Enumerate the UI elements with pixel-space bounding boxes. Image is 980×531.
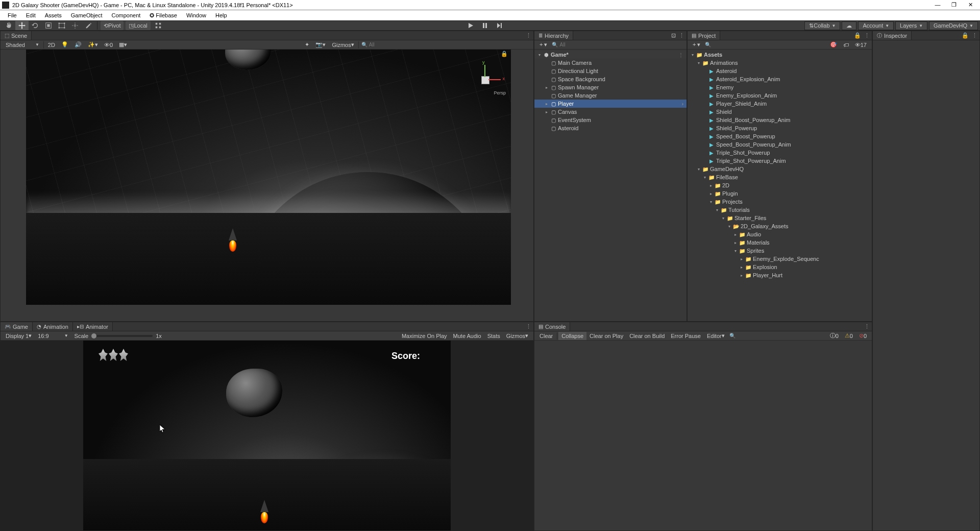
tab-scene[interactable]: ⬚Scene	[1, 31, 32, 40]
layout-dropdown[interactable]: GameDevHQ▼	[929, 21, 978, 30]
project-item[interactable]: ▶Speed_Boost_Powerup_Anim	[688, 140, 872, 149]
hierarchy-search-input[interactable]	[559, 42, 684, 47]
game-display-dropdown[interactable]: Display 1 ▾	[3, 332, 35, 340]
project-item[interactable]: ▸📁Explosion	[688, 263, 872, 271]
tab-animator[interactable]: ▸⊟Animator	[73, 322, 113, 331]
snap-button[interactable]	[152, 21, 165, 30]
menu-edit[interactable]: Edit	[21, 11, 40, 19]
project-item[interactable]: ▾📁Sprites	[688, 247, 872, 255]
menu-component[interactable]: Component	[107, 11, 145, 19]
console-error-count[interactable]: ⊘0	[856, 332, 870, 340]
console-info-count[interactable]: ⓘ0	[827, 332, 842, 340]
project-filter-type-button[interactable]: 🎯	[827, 41, 840, 49]
panel-max-icon[interactable]: ⊡	[671, 32, 676, 39]
tab-animation[interactable]: ◔Animation	[33, 322, 73, 331]
menu-filebase[interactable]: ✪Filebase	[145, 11, 182, 20]
panel-menu-icon[interactable]: ⋮	[526, 32, 531, 39]
scene-audio-toggle[interactable]: 🔊	[71, 41, 85, 49]
console-clear-on-build-toggle[interactable]: Clear on Build	[626, 332, 668, 340]
scene-menu-icon[interactable]: ⋮	[678, 52, 687, 58]
panel-menu-icon[interactable]: ⋮	[679, 32, 684, 39]
project-item[interactable]: ▶Player_Shield_Anim	[688, 100, 872, 108]
scene-lighting-toggle[interactable]: 💡	[58, 41, 71, 49]
menu-file[interactable]: File	[3, 11, 21, 19]
project-item[interactable]: ▶Shield_Powerup	[688, 124, 872, 132]
project-item[interactable]: ▸📁Audio	[688, 230, 872, 238]
pause-button[interactable]	[478, 21, 492, 30]
panel-menu-icon[interactable]: ⋮	[526, 323, 531, 330]
transform-tool-button[interactable]	[68, 21, 82, 30]
project-item[interactable]: ▶Speed_Boost_Powerup	[688, 132, 872, 140]
console-clear-button[interactable]: Clear	[536, 332, 556, 340]
scene-search-input[interactable]	[369, 42, 531, 47]
console-error-pause-toggle[interactable]: Error Pause	[668, 332, 704, 340]
pivot-toggle[interactable]: ⟲Pivot	[101, 21, 124, 30]
menu-assets[interactable]: Assets	[40, 11, 66, 19]
game-maximize-toggle[interactable]: Maximize On Play	[399, 332, 450, 340]
project-item[interactable]: ▾📁FileBase	[688, 173, 872, 181]
collab-dropdown[interactable]: ⇅ Collab▼	[804, 21, 840, 30]
project-item[interactable]: ▶Shield_Boost_Powerup_Anim	[688, 116, 872, 124]
project-item[interactable]: ▶Asteroid_Explosion_Anim	[688, 75, 872, 83]
panel-lock-icon[interactable]: 🔒	[854, 32, 861, 39]
project-item[interactable]: ▾📁Starter_Files	[688, 214, 872, 222]
hierarchy-create-dropdown[interactable]: + ▾	[536, 41, 550, 49]
project-item[interactable]: ▾📁Tutorials	[688, 206, 872, 214]
scene-camera-dropdown[interactable]: 📷▾	[312, 41, 329, 49]
project-item[interactable]: ▾📂2D_Galaxy_Assets	[688, 222, 872, 230]
scene-hidden-toggle[interactable]: 👁0	[101, 41, 116, 49]
tab-project[interactable]: ▤Project	[688, 31, 720, 40]
menu-help[interactable]: Help	[211, 11, 232, 19]
panel-menu-icon[interactable]: ⋮	[864, 323, 870, 330]
project-item[interactable]: ▶Triple_Shot_Powerup	[688, 149, 872, 157]
console-editor-dropdown[interactable]: Editor ▾	[704, 332, 728, 340]
project-item[interactable]: ▾📁GameDevHQ	[688, 165, 872, 173]
window-minimize-button[interactable]: —	[934, 2, 941, 8]
project-filter-label-button[interactable]: 🏷	[840, 41, 852, 49]
project-item[interactable]: ▾📁Assets	[688, 51, 872, 59]
tab-inspector[interactable]: ⓘInspector	[873, 31, 912, 40]
hierarchy-item[interactable]: ▢EventSystem	[534, 116, 687, 124]
scale-tool-button[interactable]	[42, 21, 55, 30]
project-create-dropdown[interactable]: + ▾	[690, 41, 703, 49]
project-item[interactable]: ▸📁2D	[688, 181, 872, 189]
console-clear-on-play-toggle[interactable]: Clear on Play	[586, 332, 626, 340]
local-toggle[interactable]: ◳Local	[126, 21, 150, 30]
project-item[interactable]: ▾📁Animations	[688, 59, 872, 67]
hierarchy-item[interactable]: ▢Game Manager	[534, 91, 687, 100]
window-close-button[interactable]: ✕	[967, 2, 974, 8]
game-stats-toggle[interactable]: Stats	[484, 332, 503, 340]
project-item[interactable]: ▾📁Projects	[688, 198, 872, 206]
scene-viewport[interactable]: x y Persp 🔒	[1, 50, 533, 321]
project-item[interactable]: ▶Enemy	[688, 83, 872, 91]
account-dropdown[interactable]: Account▼	[858, 21, 894, 30]
hierarchy-item[interactable]: ▢Space Background	[534, 75, 687, 83]
project-item[interactable]: ▶Asteroid	[688, 67, 872, 75]
console-collapse-toggle[interactable]: Collapse	[558, 332, 586, 340]
tab-hierarchy[interactable]: ≣Hierarchy	[534, 31, 573, 40]
console-search-input[interactable]	[737, 333, 827, 339]
hierarchy-item[interactable]: ▢Directional Light	[534, 67, 687, 75]
project-item[interactable]: ▸📁Plugin	[688, 189, 872, 198]
menu-gameobject[interactable]: GameObject	[66, 11, 107, 19]
custom-tool-button[interactable]	[82, 21, 95, 30]
rect-tool-button[interactable]	[55, 21, 68, 30]
step-button[interactable]	[492, 21, 506, 30]
scene-grid-toggle[interactable]: ▦▾	[116, 41, 130, 49]
game-scale-slider[interactable]	[91, 335, 153, 337]
project-item[interactable]: ▸📁Player_Hurt	[688, 271, 872, 279]
hierarchy-item[interactable]: ▢Asteroid	[534, 124, 687, 132]
hierarchy-item[interactable]: ▸▢Spawn Manager	[534, 83, 687, 91]
rotate-tool-button[interactable]	[29, 21, 42, 30]
game-aspect-dropdown[interactable]: 16:9 ▼	[35, 332, 71, 340]
hand-tool-button[interactable]	[2, 21, 15, 30]
play-button[interactable]	[463, 21, 478, 30]
hierarchy-item[interactable]: ▸▢Player›	[534, 100, 687, 108]
game-viewport[interactable]: Score:	[1, 341, 533, 530]
console-warn-count[interactable]: ⚠0	[842, 332, 856, 340]
tab-game[interactable]: 🎮Game	[1, 322, 33, 331]
menu-window[interactable]: Window	[182, 11, 211, 19]
project-search-input[interactable]	[713, 42, 826, 47]
panel-menu-icon[interactable]: ⋮	[864, 32, 870, 39]
scene-shading-dropdown[interactable]: Shaded ▼	[3, 41, 42, 49]
